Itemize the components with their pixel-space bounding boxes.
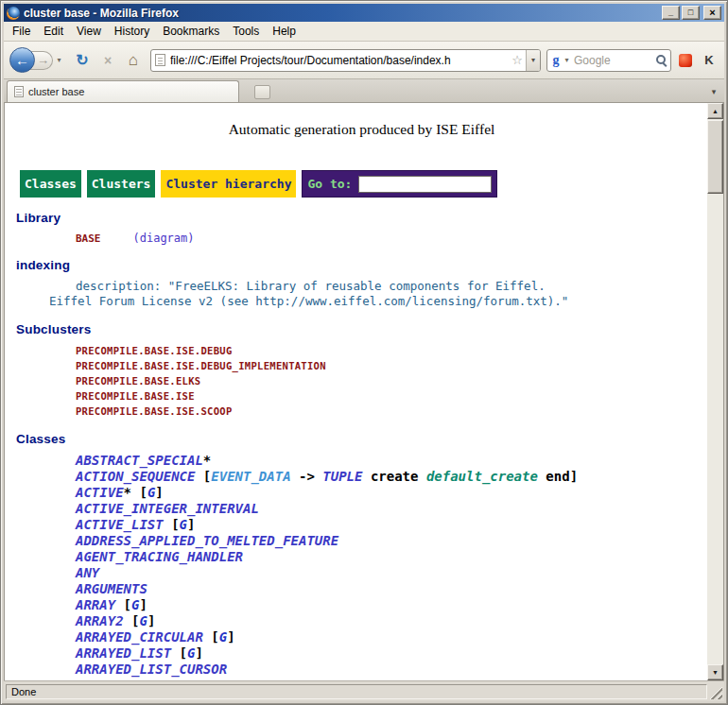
search-icon[interactable] [655, 54, 667, 66]
menu-help[interactable]: Help [266, 23, 303, 40]
back-icon: ← [15, 52, 29, 68]
search-input[interactable]: Google [572, 54, 655, 67]
bookmark-star-icon[interactable]: ☆ [509, 53, 526, 67]
search-engine-dropdown[interactable]: ▾ [562, 56, 572, 64]
vertical-scrollbar[interactable]: ▲ ▼ [707, 103, 723, 680]
subcluster-link[interactable]: PRECOMPILE.BASE.ISE.DEBUG [76, 343, 707, 358]
class-link[interactable]: ARRAYED_LIST [76, 645, 171, 661]
class-link[interactable]: ARRAY [76, 597, 115, 612]
constraint-link[interactable]: EVENT_DATA [211, 469, 290, 484]
code-text: * [ [124, 485, 147, 500]
tab-strip-button[interactable] [254, 85, 270, 99]
class-link[interactable]: TUPLE [322, 469, 362, 484]
home-button[interactable]: ⌂ [122, 49, 145, 72]
back-forward-group: ← → ▾ [9, 47, 65, 73]
menu-view[interactable]: View [70, 23, 108, 40]
code-text: end [538, 469, 570, 484]
class-link[interactable]: ARRAYED_CIRCULAR [76, 629, 203, 645]
url-text[interactable]: file:///C:/Eiffel Projects/tour/Document… [170, 54, 509, 67]
page-favicon-icon [155, 54, 165, 66]
classes-heading: Classes [16, 432, 707, 446]
class-row: ADDRESS_APPLIED_TO_MELTED_FEATURE [76, 533, 707, 549]
history-dropdown-button[interactable]: ▾ [53, 51, 65, 70]
class-row: ANY [76, 565, 707, 581]
class-link[interactable]: ANY [76, 565, 99, 580]
close-icon: × [709, 8, 715, 18]
class-link[interactable]: ACTIVE [76, 485, 124, 500]
scroll-down-button[interactable]: ▼ [707, 664, 723, 680]
menu-file[interactable]: File [6, 23, 37, 40]
star-icon: ☆ [511, 53, 523, 67]
menubar: FileEditViewHistoryBookmarksToolsHelp [4, 22, 724, 42]
class-link[interactable]: ACTION_SEQUENCE [76, 469, 195, 484]
chevron-down-icon: ▾ [531, 56, 535, 64]
subcluster-link[interactable]: PRECOMPILE.BASE.ISE.SCOOP [76, 404, 707, 419]
code-text: [ [203, 629, 219, 645]
search-box[interactable]: g ▾ Google [546, 49, 671, 72]
url-history-dropdown[interactable]: ▾ [526, 50, 540, 71]
class-row: ARRAYED_LIST [G] [76, 645, 707, 662]
scrollbar-track[interactable] [707, 119, 723, 664]
library-heading: Library [16, 211, 707, 225]
scrollbar-thumb[interactable] [707, 120, 723, 194]
resize-grip[interactable] [709, 686, 722, 699]
code-text: ] [187, 517, 195, 532]
tab-cluster-base[interactable]: cluster base [7, 80, 239, 102]
firefox-icon [7, 7, 20, 20]
generic-link[interactable]: G [219, 629, 227, 645]
feature-link[interactable]: default_create [426, 469, 538, 484]
generic-link[interactable]: G [180, 517, 187, 532]
red-addon-glyph [679, 54, 692, 67]
class-link[interactable]: ARRAY2 [76, 613, 124, 628]
cluster-hierarchy-button[interactable]: Cluster hierarchy [161, 170, 296, 198]
list-all-tabs-button[interactable]: ▾ [706, 83, 721, 100]
code-text: [ [124, 613, 140, 628]
url-bar[interactable]: file:///C:/Eiffel Projects/tour/Document… [150, 49, 541, 72]
code-text: ] [570, 469, 578, 484]
scroll-up-button[interactable]: ▲ [707, 103, 723, 119]
addon-icon-k[interactable]: K [700, 51, 719, 70]
class-row: ACTION_SEQUENCE [EVENT_DATA -> TUPLE cre… [76, 469, 707, 485]
class-link[interactable]: ACTIVE_LIST [76, 517, 164, 532]
titlebar[interactable]: cluster base - Mozilla Firefox _ □ × [4, 4, 724, 22]
code-text: -> [291, 469, 323, 484]
addon-icon-red[interactable] [676, 51, 695, 70]
class-link[interactable]: ADDRESS_APPLIED_TO_MELTED_FEATURE [76, 533, 338, 548]
menu-tools[interactable]: Tools [226, 23, 266, 40]
minimize-button[interactable]: _ [662, 6, 680, 20]
refresh-icon: ↻ [76, 51, 88, 69]
menu-edit[interactable]: Edit [37, 23, 70, 40]
code-text: * [203, 453, 211, 468]
window-title: cluster base - Mozilla Firefox [24, 7, 658, 20]
generic-link[interactable]: G [139, 613, 147, 628]
subcluster-link[interactable]: PRECOMPILE.BASE.ELKS [76, 373, 707, 388]
subcluster-link[interactable]: PRECOMPILE.BASE.ISE [76, 388, 707, 404]
maximize-button[interactable]: □ [682, 6, 700, 20]
code-text: [ [195, 469, 211, 484]
class-link[interactable]: ACTIVE_INTEGER_INTERVAL [76, 501, 259, 516]
class-row: ACTIVE_INTEGER_INTERVAL [76, 501, 707, 517]
menu-history[interactable]: History [108, 23, 156, 40]
nav-toolbar: ← → ▾ ↻ × ⌂ file:///C:/Eiffel Projects/t… [4, 42, 724, 79]
class-link[interactable]: ABSTRACT_SPECIAL [76, 453, 203, 468]
goto-input[interactable] [358, 176, 492, 193]
menu-bookmarks[interactable]: Bookmarks [156, 23, 226, 40]
class-row: AGENT_TRACING_HANDLER [76, 549, 707, 565]
close-button[interactable]: × [703, 6, 721, 20]
clusters-button[interactable]: Clusters [87, 170, 156, 198]
google-icon: g [550, 53, 562, 68]
classes-button[interactable]: Classes [20, 170, 81, 198]
status-bar: Done [4, 680, 724, 701]
subcluster-list: PRECOMPILE.BASE.ISE.DEBUGPRECOMPILE.BASE… [76, 343, 707, 419]
browser-content: Automatic generation produced by ISE Eif… [4, 103, 724, 680]
class-link[interactable]: AGENT_TRACING_HANDLER [76, 549, 243, 564]
back-button[interactable]: ← [9, 47, 35, 73]
code-text: ] [139, 597, 147, 612]
class-link[interactable]: ARRAYED_LIST_CURSOR [76, 662, 227, 677]
subcluster-link[interactable]: PRECOMPILE.BASE.ISE.DEBUG_IMPLEMENTATION [76, 358, 707, 373]
code-text: ] [155, 485, 163, 500]
stop-button[interactable]: × [96, 49, 119, 72]
class-link[interactable]: ARGUMENTS [76, 581, 147, 596]
diagram-link[interactable]: (diagram) [133, 232, 195, 245]
refresh-button[interactable]: ↻ [71, 49, 94, 72]
